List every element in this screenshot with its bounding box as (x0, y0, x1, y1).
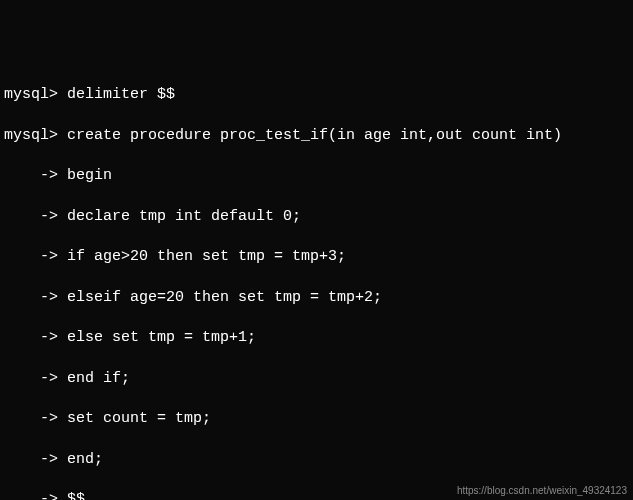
terminal-line: -> else set tmp = tmp+1; (4, 328, 629, 348)
terminal-line: -> end if; (4, 369, 629, 389)
terminal-line: mysql> delimiter $$ (4, 85, 629, 105)
terminal-line: -> declare tmp int default 0; (4, 207, 629, 227)
terminal-line: -> if age>20 then set tmp = tmp+3; (4, 247, 629, 267)
terminal-line: mysql> create procedure proc_test_if(in … (4, 126, 629, 146)
terminal-line: -> begin (4, 166, 629, 186)
terminal-line: -> set count = tmp; (4, 409, 629, 429)
watermark-text: https://blog.csdn.net/weixin_49324123 (457, 484, 627, 498)
terminal-line: -> end; (4, 450, 629, 470)
terminal-line: -> elseif age=20 then set tmp = tmp+2; (4, 288, 629, 308)
